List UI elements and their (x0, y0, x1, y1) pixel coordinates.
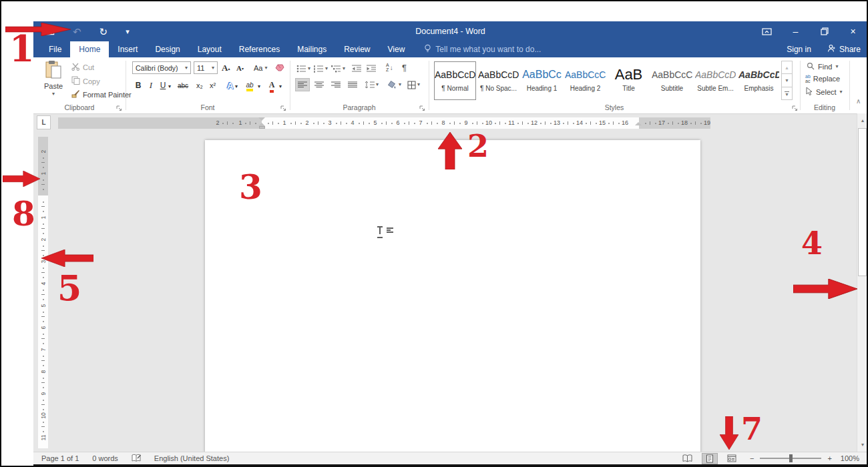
ruler-mark-14: 14 (557, 117, 580, 129)
print-layout-icon[interactable] (702, 453, 718, 464)
line-spacing-button[interactable]: ▾ (365, 78, 379, 91)
clear-formatting-button[interactable] (275, 61, 284, 75)
scrollbar-thumb[interactable] (858, 128, 867, 276)
right-indent-marker[interactable] (635, 122, 642, 125)
grow-font-button[interactable]: A▴ (222, 61, 230, 75)
bullets-button[interactable]: ▾ (296, 62, 310, 75)
select-button[interactable]: Select ▾ (806, 87, 843, 97)
paste-button[interactable]: Paste ▾ (39, 60, 68, 97)
underline-dropdown-icon[interactable]: ▾ (168, 80, 171, 93)
page-count[interactable]: Page 1 of 1 (41, 454, 79, 462)
minimize-icon[interactable]: – (781, 21, 810, 41)
language-indicator[interactable]: English (United States) (154, 454, 230, 462)
tab-view[interactable]: View (379, 41, 414, 57)
increase-indent-button[interactable] (366, 62, 377, 75)
change-case-button[interactable]: Aa ▾ (254, 61, 267, 75)
borders-button[interactable]: ▾ (407, 78, 420, 91)
zoom-in-button[interactable]: + (827, 454, 831, 462)
sign-in-link[interactable]: Sign in (787, 45, 811, 54)
font-dialog-launcher-icon[interactable] (280, 105, 286, 111)
style-emphasis[interactable]: AaBbCcDEmphasis (738, 61, 780, 100)
find-dropdown-icon: ▾ (835, 64, 838, 69)
tab-insert[interactable]: Insert (109, 41, 146, 57)
style-subtitle[interactable]: AaBbCcCSubtitle (651, 61, 693, 100)
collapse-ribbon-icon[interactable]: ∧ (856, 97, 861, 105)
document-page[interactable] (205, 140, 700, 452)
zoom-slider[interactable] (760, 458, 821, 459)
tab-file[interactable]: File (40, 41, 70, 57)
zoom-out-button[interactable]: − (750, 454, 754, 462)
decrease-indent-button[interactable] (351, 62, 362, 75)
tell-me-box[interactable]: Tell me what you want to do... (424, 41, 541, 57)
shading-button[interactable]: ▾ (387, 78, 401, 91)
vertical-scrollbar[interactable]: ▲ ▼ (857, 113, 868, 452)
text-effects-dropdown-icon[interactable]: ▾ (235, 80, 238, 93)
close-icon[interactable]: × (839, 21, 867, 41)
horizontal-ruler[interactable]: 21 12345678910111213141516 171819 (58, 117, 710, 129)
read-mode-icon[interactable] (680, 453, 696, 464)
cut-button[interactable]: Cut (71, 63, 94, 72)
clipboard-dialog-launcher-icon[interactable] (116, 105, 122, 111)
style-name: Subtle Em... (695, 85, 736, 92)
format-painter-button[interactable]: Format Painter (71, 89, 132, 99)
first-line-indent-marker[interactable] (258, 117, 265, 121)
font-color-label: A (269, 80, 275, 90)
underline-button[interactable]: U (159, 79, 167, 92)
tab-home[interactable]: Home (70, 41, 109, 57)
zoom-slider-thumb[interactable] (789, 454, 793, 462)
ribbon-display-options-icon[interactable] (752, 21, 781, 41)
web-layout-icon[interactable] (724, 453, 740, 464)
align-center-button[interactable] (312, 78, 327, 91)
zoom-level[interactable]: 100% (841, 454, 859, 462)
scroll-down-icon[interactable]: ▼ (858, 439, 867, 450)
bold-button[interactable]: B (134, 79, 143, 92)
numbering-button[interactable]: ▾ (314, 62, 328, 75)
gallery-scroll-up-icon[interactable]: ▲ (781, 61, 793, 74)
highlight-dropdown-icon[interactable]: ▾ (258, 80, 260, 93)
align-right-button[interactable] (329, 78, 343, 91)
word-count[interactable]: 0 words (92, 454, 118, 462)
font-color-dropdown-icon[interactable]: ▾ (279, 80, 282, 93)
gallery-scroll-down-icon[interactable]: ▼ (781, 73, 793, 87)
find-button[interactable]: Find ▾ (807, 62, 838, 71)
text-highlight-button[interactable]: ab (244, 78, 255, 91)
left-indent-marker[interactable] (259, 126, 265, 129)
show-hide-pilcrow-button[interactable]: ¶ (402, 61, 407, 74)
text-effects-button[interactable]: A (227, 79, 233, 92)
style--no-spac-[interactable]: AaBbCcDc¶ No Spac... (477, 61, 519, 100)
font-size-combo[interactable]: 11 ▾ (194, 61, 218, 74)
tab-references[interactable]: References (230, 41, 288, 57)
search-icon (807, 62, 815, 71)
share-button[interactable]: Share (827, 44, 861, 55)
replace-button[interactable]: ab ac Replace (805, 74, 840, 83)
tab-review[interactable]: Review (335, 41, 379, 57)
scroll-up-icon[interactable]: ▲ (858, 115, 867, 126)
format-painter-label: Format Painter (83, 91, 132, 99)
align-left-button[interactable] (295, 78, 310, 91)
style-title[interactable]: AaBTitle (608, 61, 650, 100)
tab-design[interactable]: Design (146, 41, 188, 57)
superscript-button[interactable]: x² (210, 79, 216, 92)
justify-button[interactable] (345, 78, 360, 91)
style-heading-1[interactable]: AaBbCcHeading 1 (521, 61, 563, 100)
tab-layout[interactable]: Layout (189, 41, 230, 57)
strikethrough-button[interactable]: abc (178, 79, 188, 92)
styles-dialog-launcher-icon[interactable] (792, 105, 798, 111)
paragraph-dialog-launcher-icon[interactable] (419, 105, 425, 111)
style-subtle-em-[interactable]: AaBbCcDSubtle Em... (694, 61, 736, 100)
style-heading-2[interactable]: AaBbCcCHeading 2 (564, 61, 606, 100)
multilevel-list-button[interactable]: ▾ (331, 62, 345, 75)
copy-button[interactable]: Copy (71, 76, 100, 86)
tab-mailings[interactable]: Mailings (288, 41, 335, 57)
gallery-more-icon[interactable]: ▼ (781, 87, 793, 100)
sort-button[interactable]: AZ ↓ (386, 61, 393, 74)
proofing-icon[interactable] (132, 454, 141, 464)
italic-button[interactable]: I (147, 79, 155, 92)
font-family-combo[interactable]: Calibri (Body) ▾ (132, 61, 191, 74)
tab-stop-selector[interactable]: L (37, 115, 51, 129)
font-color-button[interactable]: A (267, 78, 276, 91)
restore-icon[interactable] (810, 21, 839, 41)
subscript-button[interactable]: x₂ (196, 79, 203, 92)
style--normal[interactable]: AaBbCcDc¶ Normal (434, 61, 476, 100)
shrink-font-button[interactable]: A▾ (236, 61, 244, 75)
